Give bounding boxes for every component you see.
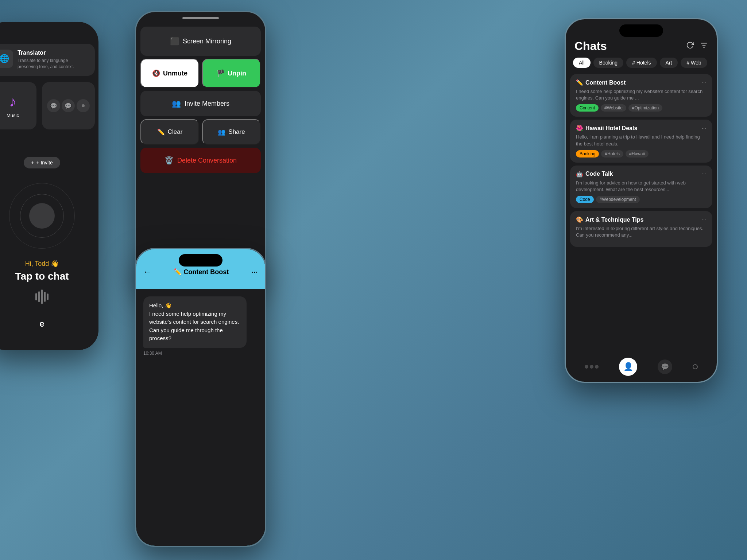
dot-1: 💬 (47, 99, 60, 112)
chat-more-1[interactable]: ··· (702, 79, 707, 86)
invite-members-button[interactable]: 👥 Invite Members (140, 91, 261, 116)
chat-more-button[interactable]: ··· (251, 267, 258, 277)
chat-item-art[interactable]: 🎨 Art & Technique Tips ··· I'm intereste… (570, 211, 712, 246)
filter-tab-booking[interactable]: Booking (593, 58, 624, 68)
message-time: 10:30 AM (143, 351, 258, 356)
dot-3 (77, 99, 90, 112)
filter-tab-web[interactable]: # Web (681, 58, 707, 68)
invite-button[interactable]: + + Invite (24, 157, 60, 168)
translator-card[interactable]: 🌐 Translator Translate to any language p… (0, 44, 95, 76)
share-label: Share (228, 128, 245, 136)
tag-code[interactable]: Code (576, 196, 594, 203)
chat-item-header-4: 🎨 Art & Technique Tips ··· (576, 216, 707, 223)
delete-label: Delete Conversation (177, 157, 237, 164)
phone-left: 🌐 Translator Translate to any language p… (0, 22, 98, 350)
unmute-icon: 🔇 (152, 69, 160, 77)
music-icon: ♪ (9, 93, 16, 110)
unmute-unpin-row: 🔇 Unmute 🏴 Unpin (140, 59, 261, 88)
tag-website[interactable]: #Website (601, 104, 626, 112)
chat-more-2[interactable]: ··· (702, 125, 707, 132)
chat-tags-1: Content #Website #Optimization (576, 104, 707, 112)
unmute-button[interactable]: 🔇 Unmute (140, 59, 199, 88)
pill-handle (182, 17, 219, 19)
chat-more-3[interactable]: ··· (702, 171, 707, 177)
voice-greeting: Hi, Todd 👋 (25, 260, 59, 268)
chat-preview-2: Hello, I am planning a trip to Hawaii an… (576, 134, 707, 147)
tag-hawaii[interactable]: #Hawaii (626, 150, 649, 158)
chat-item-header-1: ✏️ Content Boost ··· (576, 79, 707, 86)
filter-tab-all[interactable]: All (573, 58, 591, 68)
record-icon (82, 104, 85, 107)
chat-item-header-3: 🤖 Code Talk ··· (576, 171, 707, 178)
chat-preview-3: I'm looking for advice on how to get sta… (576, 180, 707, 193)
tap-to-chat[interactable]: Tap to chat (15, 271, 69, 282)
nav-dots-left (585, 365, 599, 369)
unpin-button[interactable]: 🏴 Unpin (202, 59, 261, 88)
invite-label: + Invite (36, 160, 53, 166)
chats-icon-area (686, 41, 708, 51)
filter-icon (700, 41, 708, 49)
chat-title: ✏️ Content Boost (174, 268, 229, 276)
tag-webdev[interactable]: #Webdevelopment (596, 196, 640, 203)
rnav-avatar-icon: 👤 (623, 362, 633, 372)
chats-header: Chats (566, 39, 717, 53)
waveform-bar-5 (47, 293, 49, 300)
share-button[interactable]: 👥 Share (202, 119, 261, 145)
chat-more-4[interactable]: ··· (702, 217, 707, 223)
clear-button[interactable]: ✏️ Clear (140, 119, 199, 145)
rnav-avatar[interactable]: 👤 (619, 358, 637, 376)
context-menu: ⬛ Screen Mirroring 🔇 Unmute 🏴 Unpin (140, 27, 261, 173)
rnav-dot-1 (585, 365, 588, 369)
clear-icon: ✏️ (157, 128, 165, 136)
translator-icon: 🌐 (0, 50, 13, 68)
back-button[interactable]: ← (143, 267, 151, 277)
chat-preview-4: I'm interested in exploring different ar… (576, 225, 707, 238)
translator-desc: Translate to any language preserving ton… (18, 58, 89, 70)
chat-item-title-3: 🤖 Code Talk (576, 171, 613, 178)
filter-button[interactable] (700, 41, 708, 51)
screen-mirroring-label: Screen Mirroring (183, 38, 231, 45)
flag-icon: 🏴 (217, 69, 225, 77)
chat-messages-area: Hello, 👋 I need some help optimizing my … (136, 289, 265, 546)
plus-icon: + (31, 160, 34, 166)
chat-item-title-1: ✏️ Content Boost (576, 79, 626, 86)
phone-middle-context: ⬛ Screen Mirroring 🔇 Unmute 🏴 Unpin (135, 11, 266, 288)
tag-optimization[interactable]: #Optimization (628, 104, 662, 112)
rnav-dot-2 (590, 365, 593, 369)
invite-icon: 👥 (172, 99, 181, 108)
chat-list: ✏️ Content Boost ··· I need some help op… (566, 74, 717, 353)
filter-tab-hotels[interactable]: # Hotels (626, 58, 657, 68)
chat-emoji-2: 🌺 (576, 125, 583, 132)
chat-item-header-2: 🌺 Hawaii Hotel Deals ··· (576, 125, 707, 132)
refresh-button[interactable] (686, 41, 694, 51)
waveform-bar-2 (38, 291, 40, 302)
chat-title-area: ✏️ Content Boost (174, 268, 229, 276)
chat-name-1: Content Boost (585, 79, 626, 86)
inner-ring (20, 194, 64, 238)
tag-booking[interactable]: Booking (576, 150, 599, 158)
screen-mirror-icon: ⬛ (170, 37, 179, 46)
rnav-circle (693, 364, 698, 369)
bubble-nav-icon: 💬 (661, 363, 669, 371)
tag-hotels[interactable]: #Hotels (601, 150, 623, 158)
rnav-bubble[interactable]: 💬 (658, 359, 672, 374)
chat-item-hawaii[interactable]: 🌺 Hawaii Hotel Deals ··· Hello, I am pla… (570, 120, 712, 162)
chat-emoji-4: 🎨 (576, 216, 583, 223)
translator-title: Translator (18, 50, 89, 56)
chat-emoji-3: 🤖 (576, 171, 583, 178)
dynamic-island-right (619, 24, 663, 37)
tag-content[interactable]: Content (576, 104, 599, 112)
chat-item-title-4: 🎨 Art & Technique Tips (576, 216, 643, 223)
chat-item-code-talk[interactable]: 🤖 Code Talk ··· I'm looking for advice o… (570, 166, 712, 208)
chat-item-title-2: 🌺 Hawaii Hotel Deals (576, 125, 637, 132)
chat-item-content-boost[interactable]: ✏️ Content Boost ··· I need some help op… (570, 74, 712, 117)
screen-mirroring-button[interactable]: ⬛ Screen Mirroring (140, 27, 261, 56)
filter-tab-art[interactable]: Art (660, 58, 678, 68)
voice-text: e (39, 319, 44, 329)
rnav-dot-3 (595, 365, 599, 369)
unpin-label: Unpin (228, 70, 246, 77)
refresh-icon (686, 41, 694, 49)
delete-conversation-button[interactable]: 🗑️ Delete Conversation (140, 148, 261, 173)
invite-members-label: Invite Members (185, 100, 229, 108)
music-card[interactable]: ♪ Music (0, 82, 36, 129)
